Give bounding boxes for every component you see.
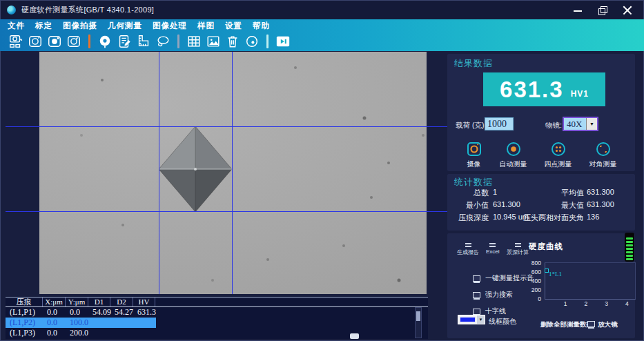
window-title: 硬度软件测量系统[GB/T 4340.1-2009]: [21, 5, 154, 15]
table-header-cell: 压痕: [6, 298, 43, 306]
restore-button[interactable]: [598, 6, 607, 15]
generate-report-button[interactable]: 生成报告: [457, 246, 479, 256]
toolbar-separator: [88, 35, 90, 48]
camera-capture-icon[interactable]: [28, 34, 43, 49]
table-vertical-scrollbar[interactable]: [415, 307, 422, 338]
checkbox-row-1[interactable]: 强力搜索: [473, 290, 513, 300]
level-indicator: [625, 233, 634, 262]
camera-settings-icon[interactable]: [66, 34, 81, 49]
crosshair-vertical-line-left[interactable]: [159, 52, 159, 294]
four-point-measure-button[interactable]: 四点测量: [545, 141, 572, 169]
checkbox-icon[interactable]: [473, 292, 480, 298]
table-cell: (L1,P3): [6, 328, 43, 338]
ruler-measure-icon[interactable]: [136, 34, 151, 49]
table-row-1[interactable]: (L1,P2)0.0100.0: [6, 318, 156, 328]
run-next-icon[interactable]: [275, 34, 291, 49]
table-cell: 0.0: [43, 307, 66, 318]
chart-title: 硬度曲线: [529, 242, 563, 252]
checkbox-icon[interactable]: [473, 309, 480, 315]
objective-label: 物镜:: [545, 121, 562, 130]
magnifier-checkbox[interactable]: [587, 321, 595, 327]
report-edit-icon[interactable]: [117, 34, 132, 49]
stat-label: 最大值: [502, 200, 584, 211]
record-circle-icon[interactable]: [244, 34, 260, 49]
trash-icon[interactable]: [225, 34, 240, 49]
hardness-value: 631.3: [500, 77, 564, 103]
capture-image-button[interactable]: 摄像: [466, 141, 482, 169]
minimize-button[interactable]: [573, 6, 583, 15]
chevron-down-icon[interactable]: ▼: [586, 118, 597, 130]
checkbox-label: 十字线: [485, 306, 506, 316]
excel-icon: [489, 246, 496, 247]
four-point-icon: [550, 141, 567, 157]
table-header-cell: D1: [88, 298, 110, 306]
load-label: 载荷 (克):: [456, 121, 486, 130]
crosshair-vertical-line-right[interactable]: [232, 52, 233, 294]
close-button[interactable]: [623, 6, 632, 15]
table-cell: 0.0: [66, 307, 88, 318]
menu-item-1[interactable]: 标定: [35, 21, 52, 31]
data-table-icon[interactable]: [186, 34, 202, 49]
image-gallery-icon[interactable]: [206, 34, 221, 49]
table-row-2[interactable]: (L1,P3)0.0200.0: [6, 328, 156, 338]
table-cell: (L1,P2): [6, 318, 43, 328]
toolbar-separator: [177, 35, 179, 48]
line-color-dropdown[interactable]: ▼: [458, 315, 485, 324]
indentation-diamond: [159, 126, 232, 212]
table-header-cell: X:μm: [43, 298, 66, 306]
x-axis-tick: 3: [605, 300, 608, 307]
measurement-table: 压痕X:μmY:μmD1D2HV (L1,P1)0.00.054.0954.27…: [6, 297, 428, 339]
table-horizontal-scrollbar-thumb[interactable]: [350, 333, 359, 339]
microscope-image-viewer[interactable]: [39, 52, 427, 294]
load-input[interactable]: [485, 117, 514, 130]
objective-select[interactable]: 40X ▼: [563, 117, 598, 131]
crosshair-horizontal-line-top[interactable]: [6, 126, 447, 127]
table-cell: 0.0: [43, 328, 66, 338]
menu-item-3[interactable]: 几何测量: [108, 21, 142, 31]
camera-square-icon: [466, 141, 482, 157]
stat-label: 总数: [447, 188, 489, 198]
stat-value: 136: [587, 213, 599, 221]
delete-all-data-button[interactable]: 删除全部测量数据: [540, 320, 593, 329]
camera-connect-icon[interactable]: [8, 34, 23, 49]
statistics-panel: 统计数据 总数 1 平均值 631.300 最小值 631.300 最大值 63…: [447, 174, 635, 231]
menu-item-4[interactable]: 图像处理: [153, 21, 187, 31]
stat-label: 压头两相对面夹角: [502, 213, 584, 223]
menu-toolbar-band: 文件标定图像拍摄几何测量图像处理样图设置帮助: [0, 19, 644, 51]
statistics-heading: 统计数据: [454, 176, 493, 188]
objective-value: 40X: [564, 119, 586, 130]
surface-specks: [39, 52, 41, 53]
stat-label: 平均值: [502, 188, 584, 198]
target-marker-icon[interactable]: [97, 34, 113, 49]
color-swatch: [460, 317, 476, 322]
table-cell: 54.27: [110, 307, 133, 318]
chevron-down-icon: ▼: [477, 315, 485, 324]
checkbox-icon[interactable]: [473, 275, 480, 282]
toolbar: [0, 32, 644, 51]
stat-value: 1: [493, 188, 497, 196]
magnifier-label[interactable]: 放大镜: [598, 320, 618, 329]
crosshair-horizontal-line-bottom[interactable]: [6, 211, 447, 212]
menu-item-6[interactable]: 设置: [225, 21, 242, 31]
x-axis-tick: 4: [625, 300, 629, 307]
table-cell: 0.0: [43, 318, 66, 328]
diagonal-measure-button[interactable]: 对角测量: [589, 141, 617, 169]
lasso-select-icon[interactable]: [155, 34, 170, 49]
table-row-0[interactable]: (L1,P1)0.00.054.0954.27631.3: [6, 307, 156, 318]
menu-item-5[interactable]: 样图: [197, 21, 215, 31]
menu-item-2[interactable]: 图像拍摄: [63, 21, 97, 31]
camera-live-icon[interactable]: [47, 34, 62, 49]
menu-item-7[interactable]: 帮助: [253, 21, 270, 31]
results-heading: 结果数据: [454, 57, 493, 70]
checkbox-label: 强力搜索: [485, 290, 513, 300]
table-header: 压痕X:μmY:μmD1D2HV: [6, 298, 428, 307]
app-icon: [7, 6, 16, 14]
auto-measure-button[interactable]: 自动测量: [500, 141, 527, 169]
menu-item-0[interactable]: 文件: [8, 21, 25, 31]
table-cell: 100.0: [66, 318, 88, 328]
auto-dot-icon: [505, 141, 522, 157]
menu-bar: 文件标定图像拍摄几何测量图像处理样图设置帮助: [0, 19, 644, 32]
stat-label: 最小值: [447, 200, 489, 211]
excel-export-button[interactable]: Excel: [486, 246, 500, 255]
table-cell: 54.09: [88, 307, 110, 318]
